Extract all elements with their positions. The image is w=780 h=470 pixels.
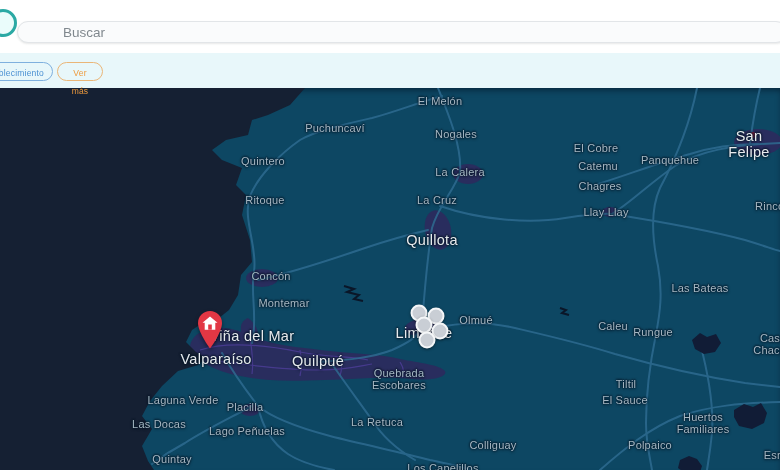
cluster-marker[interactable]	[419, 332, 436, 349]
filter-bar: blecimiento Ver más	[0, 53, 780, 88]
ravine-marks	[344, 286, 569, 315]
pin-shape	[196, 310, 224, 350]
chip-establecimiento[interactable]: blecimiento	[0, 62, 53, 81]
app-window: blecimiento Ver más	[0, 0, 780, 470]
app-header	[0, 0, 780, 53]
map-canvas[interactable]: El MelónNogalesPuchuncavíQuinteroRitoque…	[0, 88, 780, 470]
chip-ver-mas[interactable]: Ver más	[57, 62, 103, 81]
app-logo-icon	[0, 9, 17, 37]
search-input[interactable]	[17, 21, 780, 43]
map-artwork	[0, 88, 780, 470]
home-pin[interactable]	[196, 310, 224, 350]
terrain-blobs	[678, 132, 767, 470]
